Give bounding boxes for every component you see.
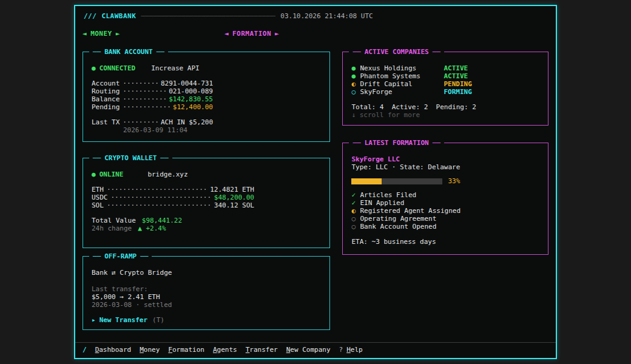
footer-item-money-label: Money <box>140 346 160 354</box>
bank-row-routing: Routing ································… <box>92 87 213 95</box>
formation-company-name: SkyForge LLC <box>351 155 539 163</box>
bank-last-tx-timestamp: 2026-03-09 11:04 <box>123 126 213 134</box>
checklist-item-label: Articles Filed <box>360 191 416 199</box>
wallet-sol-value: 340.12 SOL <box>214 201 254 209</box>
title-dash: ── <box>140 252 148 260</box>
wallet-change-value: ▲ +2.4% <box>138 224 166 232</box>
footer-item-formation-label: Formation <box>168 346 204 354</box>
new-transfer-button-label: New Transfer <box>100 316 147 324</box>
dot-leader: ········································… <box>123 95 166 103</box>
question-mark-icon: ? <box>339 346 343 354</box>
dot-leader: ········································… <box>123 118 158 126</box>
last-transfer-label: Last transfer: <box>92 285 321 293</box>
main-content: ── BANK ACCOUNT ── ● CONNECTED Increase … <box>75 38 556 330</box>
title-bar: /// CLAWBANK ───────────────────────────… <box>75 6 556 20</box>
wallet-balance-list: ETH ····································… <box>92 186 254 209</box>
wallet-status-chip: ● ONLINE <box>92 170 123 178</box>
tab-formation[interactable]: ◄ FORMATION ► <box>224 30 279 38</box>
footer-item-transfer[interactable]: Transfer <box>246 346 278 354</box>
active-companies-title-text: ACTIVE COMPANIES <box>365 48 429 56</box>
title-dash: ── <box>93 154 101 162</box>
bank-pending-label: Pending <box>92 103 120 111</box>
wallet-usdc-value: $48,200.00 <box>214 194 254 201</box>
wallet-connection-status: ● ONLINE bridge.xyz <box>92 170 321 178</box>
checklist-item-agent: ◐ Registered Agent Assigned <box>351 207 539 215</box>
footer-item-help[interactable]: ?Help <box>339 346 363 354</box>
status-dot-icon: ● <box>351 64 360 72</box>
bank-row-account: Account ································… <box>92 79 213 87</box>
wallet-change-label: 24h change <box>92 224 132 232</box>
footer-item-dashboard[interactable]: Dashboard <box>95 346 132 354</box>
off-ramp-title-text: OFF-RAMP <box>104 252 137 260</box>
wallet-row-eth: ETH ····································… <box>92 186 254 194</box>
off-ramp-panel: ── OFF-RAMP ── Bank ⇄ Crypto Bridge Last… <box>83 256 330 330</box>
bank-routing-number: 021-000-089 <box>169 87 213 95</box>
formation-progress-row: 33% <box>351 177 539 185</box>
todo-circle-icon: ○ <box>351 215 360 223</box>
formation-meta: Type: LLC · State: Delaware <box>351 163 539 171</box>
bank-balance-label: Balance <box>92 95 120 103</box>
company-row-nexus[interactable]: ● Nexus Holdings ACTIVE <box>351 64 539 72</box>
bank-balance-value: $142,830.55 <box>169 95 213 103</box>
company-status-badge: FORMING <box>444 88 471 96</box>
caret-right-icon: ▸ <box>92 316 96 324</box>
company-row-phantom[interactable]: ● Phantom Systems ACTIVE <box>351 72 539 80</box>
tab-money-left-arrow-icon: ◄ <box>83 30 87 38</box>
status-dot-icon: ● <box>92 64 96 72</box>
formation-progress-bar <box>351 178 442 184</box>
footer-item-new-company[interactable]: New Company <box>286 346 331 354</box>
todo-circle-icon: ○ <box>351 223 360 231</box>
wallet-totals: Total Value $98,441.22 24h change ▲ +2.4… <box>92 217 321 232</box>
bank-status-chip: ● CONNECTED <box>92 64 135 72</box>
bank-last-tx-value: ACH IN $5,200 <box>161 118 213 126</box>
checklist-item-label: Registered Agent Assigned <box>360 207 461 215</box>
footer-menu-bar: / Dashboard Money Formation Agents Trans… <box>75 342 556 358</box>
wallet-change-pct: +2.4% <box>146 224 166 232</box>
bank-routing-label: Routing <box>92 87 120 95</box>
dot-leader: ········································… <box>107 186 207 194</box>
tab-money-label: MONEY <box>90 30 112 38</box>
tab-money[interactable]: ◄ MONEY ► <box>83 30 120 38</box>
app-title: CLAWBANK <box>101 12 136 20</box>
title-dash: ── <box>157 48 164 56</box>
footer-item-agents[interactable]: Agents <box>213 346 237 354</box>
formation-eta: ETA: ~3 business days <box>351 238 539 246</box>
company-row-skyforge[interactable]: ○ SkyForge FORMING <box>351 88 539 96</box>
company-row-drift[interactable]: ◐ Drift Capital PENDING <box>351 80 539 88</box>
bank-account-number: 8291-0044-731 <box>161 79 213 87</box>
tab-money-right-arrow-icon: ► <box>116 30 120 38</box>
crypto-wallet-panel: ── CRYPTO WALLET ── ● ONLINE bridge.xyz <box>83 158 330 248</box>
wallet-row-sol: SOL ····································… <box>92 201 254 209</box>
last-transfer-amount: $5,000 → 2.41 ETH <box>92 293 321 301</box>
tab-formation-left-arrow-icon: ◄ <box>224 30 229 38</box>
company-status-badge: ACTIVE <box>444 72 468 80</box>
clawbank-terminal-window: /// CLAWBANK ───────────────────────────… <box>74 5 557 359</box>
dot-leader: ········································… <box>123 87 166 95</box>
title-dash: ── <box>353 48 360 56</box>
new-transfer-button[interactable]: ▸ New Transfer (T) <box>92 316 164 324</box>
half-circle-icon: ◐ <box>351 80 360 88</box>
footer-item-money[interactable]: Money <box>140 346 160 354</box>
dot-leader: ········································… <box>107 201 211 209</box>
bridge-description: Bank ⇄ Crypto Bridge <box>92 269 321 277</box>
bank-status-label: CONNECTED <box>100 64 136 72</box>
bank-row-pending: Pending ································… <box>92 103 213 111</box>
formation-checklist: ✓ Articles Filed ✓ EIN Applied ◐ Registe… <box>351 191 539 231</box>
check-icon: ✓ <box>351 191 360 199</box>
footer-item-formation[interactable]: Formation <box>168 346 204 354</box>
checklist-item-label: EIN Applied <box>360 199 404 207</box>
wallet-change-row: 24h change ▲ +2.4% <box>92 224 321 232</box>
crypto-wallet-title-text: CRYPTO WALLET <box>104 154 157 162</box>
company-name: Phantom Systems <box>360 72 444 80</box>
formation-column: ── ACTIVE COMPANIES ── ● Nexus Holdings … <box>342 52 548 330</box>
companies-summary: Total: 4 Active: 2 Pending: 2 <box>351 103 539 111</box>
dot-leader: ········································… <box>123 79 158 87</box>
dot-leader: ········································… <box>123 103 169 111</box>
tab-formation-right-arrow-icon: ► <box>275 30 279 38</box>
footer-item-transfer-label: Transfer <box>246 346 278 354</box>
bank-row-balance: Balance ································… <box>92 95 213 103</box>
wallet-eth-label: ETH <box>92 186 104 194</box>
checklist-item-label: Operating Agreement <box>360 215 436 223</box>
wallet-provider: bridge.xyz <box>147 170 187 178</box>
desktop-background: /// CLAWBANK ───────────────────────────… <box>0 0 631 364</box>
